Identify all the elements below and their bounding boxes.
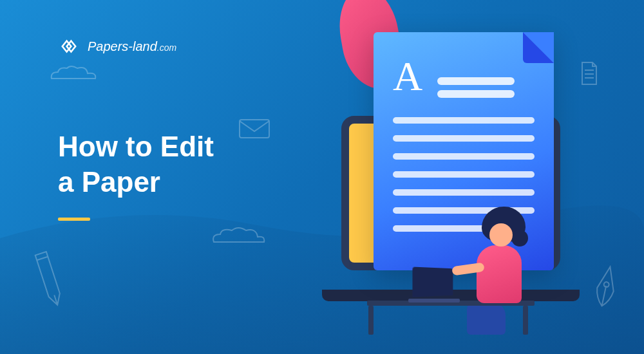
person-torso: [477, 245, 522, 303]
person-illustration: [444, 209, 522, 306]
brand-logo: Papers-land.com: [58, 35, 176, 57]
grade-letter: A: [393, 53, 422, 100]
doc-header-lines: [437, 72, 515, 103]
person-head: [489, 223, 513, 247]
brand-name: Papers-land.com: [88, 39, 176, 54]
doc-text-line: [393, 117, 535, 124]
hero-illustration: A: [270, 26, 592, 335]
svg-rect-0: [240, 120, 269, 138]
envelope-doodle-icon: [238, 116, 270, 139]
cloud-doodle-icon: [206, 225, 270, 248]
person-legs: [467, 303, 506, 335]
headline-block: How to Edit a Paper: [58, 129, 214, 221]
doc-text-line: [393, 189, 535, 196]
doc-text-line: [393, 171, 535, 178]
page-title: How to Edit a Paper: [58, 129, 214, 200]
cloud-doodle-icon: [45, 64, 103, 84]
doc-text-line: [393, 153, 535, 160]
title-underline: [58, 218, 90, 221]
desk-leg: [523, 306, 528, 335]
doc-text-line: [393, 135, 535, 142]
desk-leg: [368, 306, 374, 335]
logo-mark-icon: [58, 35, 80, 57]
